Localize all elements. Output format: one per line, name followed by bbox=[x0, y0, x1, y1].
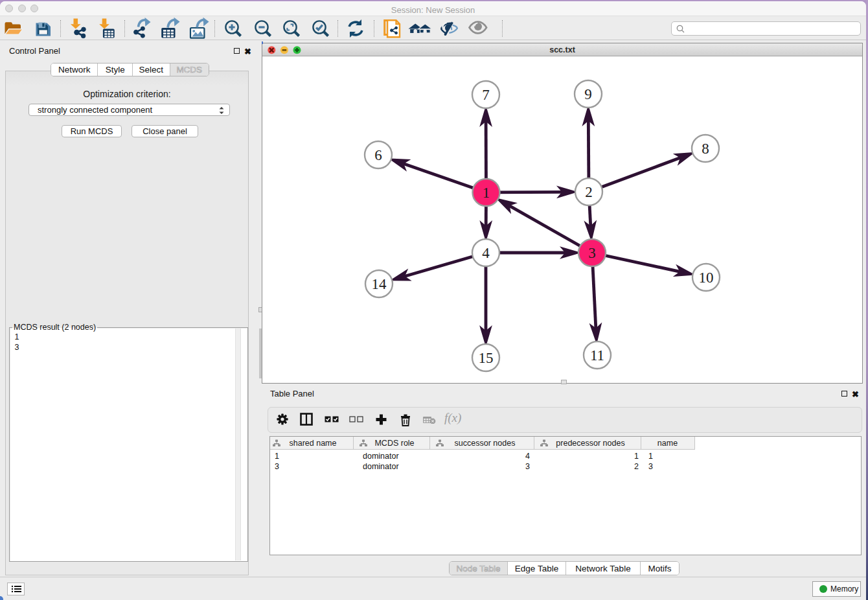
svg-text:2: 2 bbox=[585, 184, 593, 200]
svg-text:7: 7 bbox=[482, 87, 490, 103]
svg-text:3: 3 bbox=[588, 245, 596, 261]
svg-text:15: 15 bbox=[479, 350, 494, 366]
svg-text:10: 10 bbox=[699, 270, 714, 286]
svg-text:14: 14 bbox=[372, 276, 387, 292]
svg-text:8: 8 bbox=[702, 141, 709, 157]
svg-text:9: 9 bbox=[584, 86, 592, 102]
svg-text:4: 4 bbox=[482, 245, 490, 261]
svg-text:1: 1 bbox=[483, 185, 490, 201]
svg-text:11: 11 bbox=[590, 347, 604, 363]
svg-text:6: 6 bbox=[374, 147, 382, 163]
